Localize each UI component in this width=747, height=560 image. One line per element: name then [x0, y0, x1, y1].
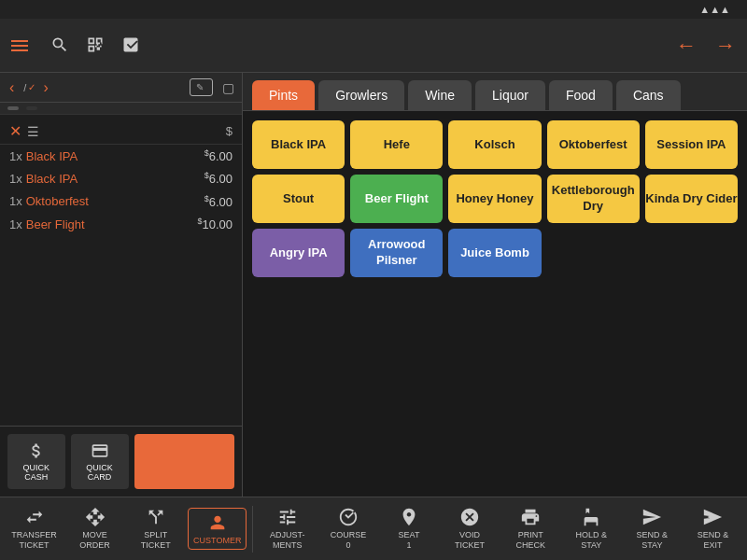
item-kinda-dry-cider[interactable]: Kinda Dry Cider — [645, 175, 738, 223]
bottom-btn-label: PRINTCHECK — [515, 530, 545, 551]
order-items-container: 1x Black IPA $6.00 1x Black IPA $6.00 1x… — [0, 145, 242, 235]
right-panel: PintsGrowlersWineLiquorFoodCans Black IP… — [243, 73, 747, 497]
category-tab-food[interactable]: Food — [549, 80, 613, 110]
send-stay-icon — [641, 507, 662, 527]
status-wifi: ▲▲▲ — [699, 4, 730, 15]
course-icon — [338, 507, 359, 527]
delete-button[interactable]: ✕ — [9, 122, 21, 140]
item-price: $6.00 — [204, 171, 233, 186]
item-price: $10.00 — [197, 217, 233, 231]
bottom-btn-label: SEND &EXIT — [698, 530, 729, 551]
bottom-btn-move[interactable]: MOVEORDER — [66, 503, 123, 554]
bottom-btn-course[interactable]: COURSE0 — [319, 503, 376, 554]
order-item[interactable]: 1x Oktoberfest $6.00 — [0, 190, 242, 213]
customer-icon — [207, 512, 228, 533]
split-icon — [146, 507, 166, 527]
bottom-btn-label: SEND &STAY — [637, 530, 669, 551]
bottom-btn-transfer[interactable]: TRANSFERTICKET — [6, 503, 63, 554]
item-angry-ipa[interactable]: Angry IPA — [252, 229, 345, 277]
bottom-btn-customer[interactable]: CUSTOMER — [188, 508, 247, 551]
guest-badge — [7, 106, 19, 110]
items-grid: Black IPAHefeKolschOktoberfestSession IP… — [243, 111, 747, 497]
check-info-icon: ✎ — [196, 82, 204, 92]
bottom-btn-seat[interactable]: SEAT1 — [380, 503, 437, 554]
category-tab-cans[interactable]: Cans — [616, 80, 681, 110]
item-kolsch[interactable]: Kolsch — [448, 120, 541, 169]
no-sale-button[interactable] — [121, 35, 140, 56]
item-honey-honey[interactable]: Honey Honey — [448, 175, 541, 223]
seat-icon — [399, 507, 419, 527]
item-qty: 1x — [9, 217, 22, 231]
item-name: Beer Flight — [26, 217, 198, 231]
qr-code-button[interactable] — [86, 35, 105, 56]
category-tabs: PintsGrowlersWineLiquorFoodCans — [243, 73, 747, 111]
hamburger-icon — [11, 40, 28, 51]
bottom-btn-print[interactable]: PRINTCHECK — [502, 503, 559, 554]
move-icon — [85, 507, 106, 527]
tab-of: / ✓ — [23, 82, 37, 93]
category-tab-growlers[interactable]: Growlers — [318, 80, 404, 110]
category-tab-liquor[interactable]: Liquor — [475, 80, 545, 110]
item-juice-bomb[interactable]: Juice Bomb — [448, 229, 541, 277]
item-black-ipa[interactable]: Black IPA — [252, 120, 345, 169]
bottom-btn-label: VOIDTICKET — [455, 530, 485, 551]
bottom-divider — [252, 506, 253, 553]
item-stout[interactable]: Stout — [252, 175, 345, 223]
category-tab-pints[interactable]: Pints — [252, 80, 315, 110]
quick-card-label: QUICKCARD — [86, 463, 113, 482]
transfer-icon — [24, 507, 45, 527]
check-icon: ✓ — [28, 82, 35, 92]
item-session-ipa[interactable]: Session IPA — [645, 120, 738, 169]
hold-icon — [581, 507, 601, 527]
bottom-btn-send-exit[interactable]: SEND &EXIT — [684, 503, 741, 554]
bottom-bar: TRANSFERTICKET MOVEORDER SPLITTICKET CUS… — [0, 497, 747, 560]
top-icons — [50, 35, 140, 56]
bottom-btn-hold[interactable]: HOLD &STAY — [563, 503, 620, 554]
prev-tab-arrow[interactable]: ‹ — [7, 79, 16, 96]
order-item[interactable]: 1x Beer Flight $10.00 — [0, 213, 242, 235]
item-hefe[interactable]: Hefe — [350, 120, 443, 169]
item-oktoberfest[interactable]: Oktoberfest — [547, 120, 640, 169]
bottom-btn-label: TRANSFERTICKET — [11, 530, 57, 551]
order-item[interactable]: 1x Black IPA $6.00 — [0, 145, 242, 167]
sandwich-icon: ☰ — [27, 124, 39, 139]
forward-arrow[interactable]: → — [715, 34, 736, 58]
bottom-btn-label: HOLD &STAY — [575, 530, 607, 551]
quick-card-button[interactable]: QUICKCARD — [71, 434, 129, 489]
bottom-btn-label: CUSTOMER — [193, 536, 241, 546]
search-button[interactable] — [50, 35, 69, 56]
quick-cash-label: QUICKCASH — [23, 463, 50, 482]
back-arrow[interactable]: ← — [676, 34, 697, 58]
order-list: ✕ ☰ $ 1x Black IPA $6.00 1x Black IPA $6… — [0, 115, 242, 426]
bottom-btn-void[interactable]: VOIDTICKET — [442, 503, 499, 554]
time-box — [26, 106, 37, 110]
screen-icon[interactable]: ▢ — [222, 80, 234, 95]
bottom-btn-label: COURSE0 — [331, 530, 367, 551]
left-header: ‹ / ✓ › ✎ ▢ — [0, 73, 242, 103]
item-qty: 1x — [9, 172, 22, 186]
check-info-button[interactable]: ✎ — [190, 78, 213, 96]
bottom-btn-adjust[interactable]: ADJUST-MENTS — [259, 503, 316, 554]
adjust-icon — [277, 507, 298, 527]
item-name: Black IPA — [26, 172, 204, 186]
main-content: ‹ / ✓ › ✎ ▢ ✕ ☰ $ — [0, 73, 747, 497]
bottom-btn-send-stay[interactable]: SEND &STAY — [624, 503, 681, 554]
pay-section: QUICKCASH QUICKCARD — [0, 426, 242, 497]
order-item[interactable]: 1x Black IPA $6.00 — [0, 167, 242, 189]
order-header: ✕ ☰ $ — [0, 119, 242, 145]
next-tab-arrow[interactable]: › — [41, 79, 49, 96]
item-name: Oktoberfest — [26, 194, 204, 208]
item-price: $6.00 — [204, 194, 233, 209]
pay-button[interactable] — [134, 434, 235, 489]
bottom-btn-label: SPLITTICKET — [141, 530, 171, 551]
item-arrowood-pilsner[interactable]: Arrowood Pilsner — [350, 229, 443, 277]
menu-button[interactable] — [11, 40, 34, 51]
category-tab-wine[interactable]: Wine — [408, 80, 472, 110]
item-kettleborough-dry[interactable]: Kettleborough Dry — [547, 175, 640, 223]
order-total-icon: $ — [226, 124, 233, 138]
void-icon — [459, 507, 480, 527]
item-beer-flight[interactable]: Beer Flight — [350, 175, 443, 223]
left-panel: ‹ / ✓ › ✎ ▢ ✕ ☰ $ — [0, 73, 243, 497]
quick-cash-button[interactable]: QUICKCASH — [7, 434, 65, 489]
bottom-btn-split[interactable]: SPLITTICKET — [127, 503, 184, 554]
